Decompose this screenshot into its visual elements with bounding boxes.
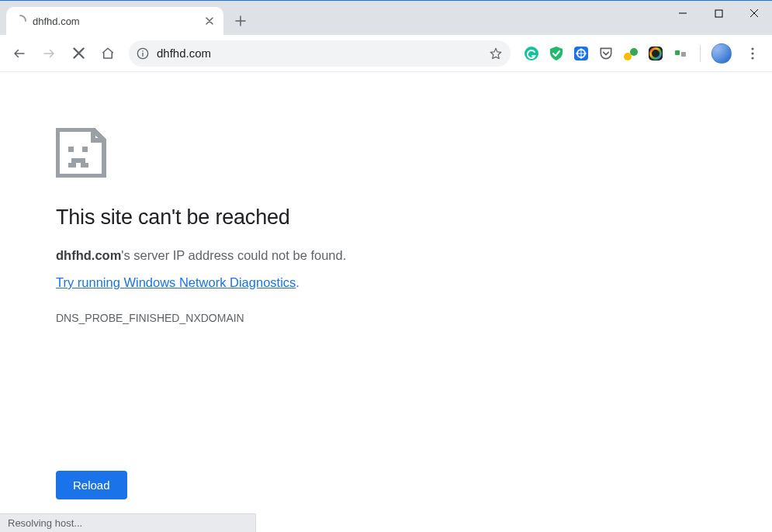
svg-rect-15 — [68, 147, 74, 152]
chrome-menu-button[interactable] — [739, 40, 766, 67]
svg-point-13 — [751, 52, 753, 54]
error-domain: dhfhd.com — [56, 248, 121, 262]
home-button[interactable] — [95, 40, 121, 67]
diagnostics-line: Try running Windows Network Diagnostics. — [56, 275, 716, 312]
reload-button[interactable]: Reload — [56, 471, 127, 499]
error-heading: This site can't be reached — [56, 206, 716, 230]
svg-point-12 — [751, 47, 753, 50]
site-info-icon[interactable] — [137, 47, 149, 60]
svg-rect-16 — [82, 147, 88, 152]
status-bar: Resolving host... — [0, 513, 256, 532]
tab-title: dhfhd.com — [33, 16, 197, 27]
tampermonkey-icon[interactable] — [672, 45, 689, 62]
forward-button[interactable] — [36, 40, 62, 67]
loading-spinner-icon — [14, 15, 26, 27]
svg-rect-11 — [681, 52, 686, 57]
error-message: dhfhd.com's server IP address could not … — [56, 248, 716, 263]
error-code: DNS_PROBE_FINISHED_NXDOMAIN — [56, 312, 716, 324]
translate-icon[interactable] — [622, 45, 639, 62]
profile-avatar[interactable] — [711, 43, 732, 64]
extension-divider — [700, 45, 701, 62]
tab-strip: dhfhd.com — [0, 1, 772, 35]
pocket-icon[interactable] — [597, 45, 614, 62]
toolbar: dhfhd.com — [0, 35, 772, 72]
close-tab-button[interactable] — [203, 15, 216, 27]
bookmark-star-icon[interactable] — [489, 47, 503, 60]
diagnostics-link[interactable]: Try running Windows Network Diagnostics — [56, 275, 296, 290]
honey-icon[interactable] — [573, 45, 590, 62]
colorpicker-icon[interactable] — [647, 45, 664, 62]
svg-rect-0 — [715, 10, 722, 17]
svg-rect-10 — [675, 50, 680, 55]
url-text: dhfhd.com — [157, 47, 481, 60]
error-page-content: This site can't be reached dhfhd.com's s… — [0, 72, 772, 324]
minimize-button[interactable] — [665, 1, 701, 26]
new-tab-button[interactable] — [230, 10, 251, 32]
close-window-button[interactable] — [736, 1, 772, 26]
extensions-area — [518, 43, 736, 64]
diagnostics-period: . — [296, 275, 299, 290]
svg-point-2 — [142, 50, 144, 52]
back-button[interactable] — [6, 40, 33, 67]
stop-button[interactable] — [65, 40, 92, 67]
window-controls — [665, 1, 772, 26]
svg-point-6 — [624, 53, 632, 60]
grammarly-icon[interactable] — [523, 45, 540, 62]
maximize-button[interactable] — [701, 1, 736, 26]
address-bar[interactable]: dhfhd.com — [129, 40, 511, 67]
svg-point-14 — [751, 57, 753, 59]
browser-tab[interactable]: dhfhd.com — [6, 7, 223, 35]
error-message-suffix: 's server IP address could not be found. — [121, 248, 346, 262]
svg-point-7 — [630, 48, 638, 56]
adguard-icon[interactable] — [548, 45, 565, 62]
sad-page-icon — [56, 128, 110, 178]
